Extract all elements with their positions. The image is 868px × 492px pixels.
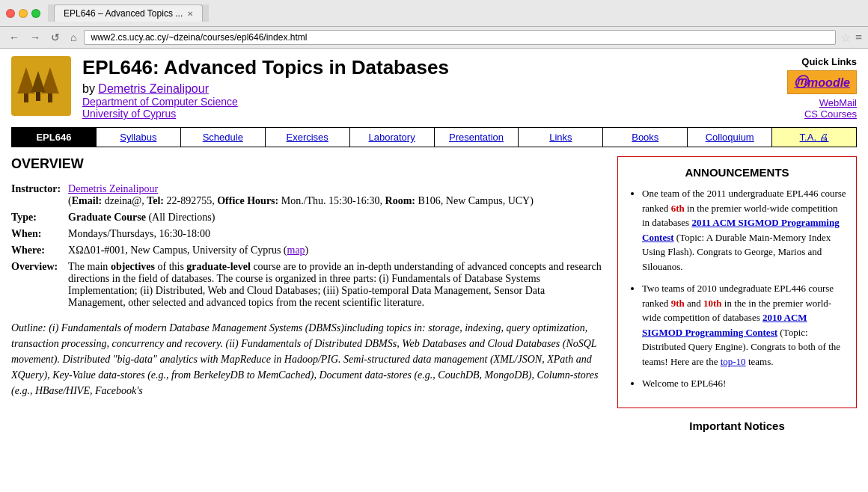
announcements-box: ANNOUNCEMENTS One team of the 2011 under… — [617, 156, 857, 408]
nav-syllabus-link[interactable]: Syllabus — [120, 132, 156, 143]
nav-item-ta[interactable]: T.A. 🖨 — [772, 128, 856, 147]
map-link[interactable]: map — [287, 245, 305, 256]
bookmark-icon[interactable]: ☆ — [840, 31, 851, 45]
nav-item-links[interactable]: Links — [519, 128, 603, 147]
nav-item-presentation[interactable]: Presentation — [435, 128, 519, 147]
quick-links: Quick Links ⓜmoodle WebMail CS Courses — [787, 56, 857, 120]
university-logo — [11, 56, 71, 116]
header-left: EPL646: Advanced Topics in Databases by … — [11, 56, 449, 120]
nav-item-syllabus[interactable]: Syllabus — [97, 128, 181, 147]
where-value: ΧΩΔ01-#001, New Campus, University of Cy… — [68, 242, 606, 259]
top10-link[interactable]: top-10 — [721, 356, 746, 367]
page-content: EPL646: Advanced Topics in Databases by … — [0, 49, 868, 446]
maximize-button[interactable] — [31, 9, 40, 18]
tab-close-icon[interactable]: ✕ — [187, 10, 193, 18]
dept-line: Department of Computer Science — [82, 96, 449, 108]
back-button[interactable]: ← — [6, 30, 22, 45]
forward-button[interactable]: → — [27, 30, 43, 45]
ann1-rank: 6th — [671, 203, 685, 214]
instructor-row: Instructor: Demetris Zeinalipour (Email:… — [11, 181, 606, 209]
by-prefix: by — [82, 82, 98, 95]
announcement-3: Welcome to EPL646! — [642, 376, 847, 391]
overview-text: The main objectives of this graduate-lev… — [68, 261, 602, 308]
nav-presentation-link[interactable]: Presentation — [449, 132, 504, 143]
ann2-rank1: 9th — [671, 298, 685, 309]
when-label: When: — [11, 226, 68, 242]
overview-value: The main objectives of this graduate-lev… — [68, 259, 606, 311]
author-link[interactable]: Demetris Zeinalipour — [98, 82, 209, 95]
nav-epl646-label: EPL646 — [36, 132, 71, 143]
svg-rect-6 — [48, 93, 52, 102]
cs-courses-link[interactable]: CS Courses — [787, 108, 857, 120]
nav-item-laboratory[interactable]: Laboratory — [350, 128, 435, 147]
tab-bar: EPL646 – Advanced Topics ... ✕ — [48, 4, 209, 22]
browser-tab[interactable]: EPL646 – Advanced Topics ... ✕ — [54, 4, 203, 22]
nav-links-link[interactable]: Links — [549, 132, 572, 143]
type-suffix: (All Directions) — [146, 212, 216, 223]
nav-item-schedule[interactable]: Schedule — [181, 128, 266, 147]
title-bar: EPL646 – Advanced Topics ... ✕ — [0, 0, 868, 27]
where-row: Where: ΧΩΔ01-#001, New Campus, Universit… — [11, 242, 606, 259]
instructor-link[interactable]: Demetris Zeinalipour — [68, 183, 158, 194]
home-button[interactable]: ⌂ — [67, 30, 79, 45]
browser-chrome: EPL646 – Advanced Topics ... ✕ ← → ↺ ⌂ ☆… — [0, 0, 868, 49]
announcement-2: Two teams of 2010 undegraduate EPL446 co… — [642, 281, 847, 369]
author-line: by Demetris Zeinalipour — [82, 82, 449, 96]
announcement-1: One team of the 2011 undergraduate EPL44… — [642, 186, 847, 274]
dept-link[interactable]: Department of Computer Science — [82, 96, 238, 108]
announcements-list: One team of the 2011 undergraduate EPL44… — [627, 186, 847, 391]
nav-item-exercises[interactable]: Exercises — [266, 128, 350, 147]
window-buttons — [6, 9, 40, 18]
nav-exercises-link[interactable]: Exercises — [286, 132, 328, 143]
moodle-label: moodle — [807, 76, 850, 89]
overview-row: Overview: The main objectives of this gr… — [11, 259, 606, 311]
reload-button[interactable]: ↺ — [48, 30, 63, 45]
important-notices: Important Notices — [617, 419, 857, 432]
tab-title: EPL646 – Advanced Topics ... — [64, 8, 183, 19]
nav-laboratory-link[interactable]: Laboratory — [369, 132, 415, 143]
nav-item-books[interactable]: Books — [603, 128, 688, 147]
important-notices-title: Important Notices — [617, 419, 857, 432]
menu-icon[interactable]: ≡ — [855, 31, 862, 44]
ann2-close: teams. — [746, 356, 774, 367]
announcements-title: ANNOUNCEMENTS — [627, 166, 847, 179]
nav-colloquium-link[interactable]: Colloquium — [706, 132, 754, 143]
webmail-link[interactable]: WebMail — [787, 97, 857, 108]
page-header: EPL646: Advanced Topics in Databases by … — [11, 56, 857, 120]
ann3-text: Welcome to EPL646! — [642, 378, 726, 389]
where-text: ΧΩΔ01-#001, New Campus, University of Cy… — [68, 245, 287, 256]
nav-item-epl646[interactable]: EPL646 — [12, 128, 97, 147]
content-right: ANNOUNCEMENTS One team of the 2011 under… — [617, 156, 857, 438]
nav-schedule-link[interactable]: Schedule — [203, 132, 243, 143]
quick-links-title: Quick Links — [787, 56, 857, 67]
when-value: Mondays/Thursdays, 16:30-18:00 — [68, 226, 606, 242]
type-row: Type: Graduate Course (All Directions) — [11, 209, 606, 226]
instructor-label: Instructor: — [11, 181, 68, 209]
university-link[interactable]: University of Cyprus — [82, 108, 176, 120]
overview-label: Overview: — [11, 259, 68, 311]
type-label: Type: — [11, 209, 68, 226]
content-left: OVERVIEW Instructor: Demetris Zeinalipou… — [11, 156, 606, 438]
nav-books-link[interactable]: Books — [632, 132, 658, 143]
minimize-button[interactable] — [19, 9, 28, 18]
instructor-value: Demetris Zeinalipour (Email: dzeina@, Te… — [68, 181, 606, 209]
nav-bar: EPL646 Syllabus Schedule Exercises Labor… — [11, 127, 857, 147]
page-title: EPL646: Advanced Topics in Databases — [82, 56, 449, 79]
info-table: Instructor: Demetris Zeinalipour (Email:… — [11, 181, 606, 311]
ann2-rank2: 10th — [703, 298, 722, 309]
type-bold: Graduate Course — [68, 212, 146, 223]
address-input[interactable] — [84, 30, 836, 45]
address-bar: ← → ↺ ⌂ ☆ ≡ — [0, 27, 868, 49]
outline-content: Outline: (i) Fundamentals of modern Data… — [11, 322, 598, 396]
title-block: EPL646: Advanced Topics in Databases by … — [82, 56, 449, 120]
nav-item-colloquium[interactable]: Colloquium — [688, 128, 772, 147]
ann2-and: and — [685, 298, 703, 309]
nav-ta-link[interactable]: T.A. 🖨 — [800, 132, 829, 143]
where-close: ) — [305, 245, 309, 256]
close-button[interactable] — [6, 9, 15, 18]
overview-title: OVERVIEW — [11, 156, 606, 172]
university-line: University of Cyprus — [82, 108, 449, 120]
outline-text: Outline: (i) Fundamentals of modern Data… — [11, 320, 606, 399]
moodle-link[interactable]: ⓜmoodle — [787, 70, 857, 94]
main-layout: OVERVIEW Instructor: Demetris Zeinalipou… — [11, 156, 857, 438]
